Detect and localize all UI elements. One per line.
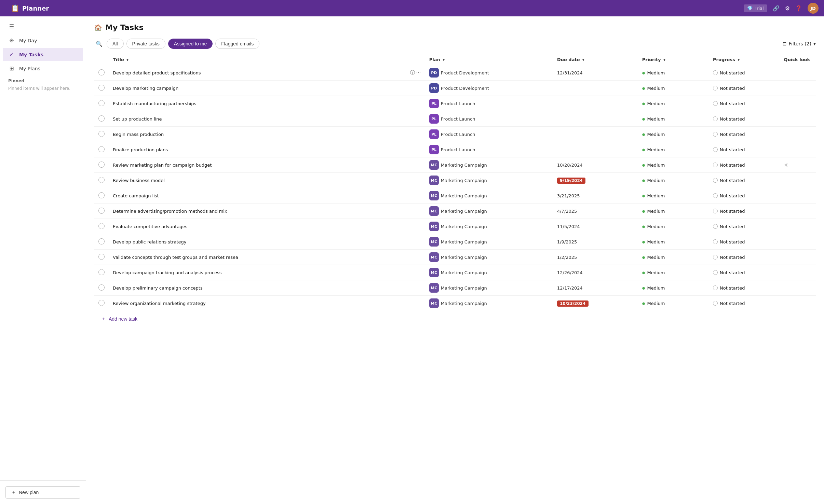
- filter-tab-flagged[interactable]: Flagged emails: [215, 39, 259, 49]
- task-priority-cell: ● Medium: [638, 188, 709, 204]
- progress-label: Not started: [720, 132, 745, 137]
- help-icon[interactable]: ❓: [795, 5, 802, 12]
- settings-icon[interactable]: ⚙️: [785, 5, 790, 12]
- info-icon[interactable]: ⓘ: [410, 131, 415, 137]
- progress-label: Not started: [720, 116, 745, 122]
- info-icon[interactable]: ⓘ: [410, 208, 415, 214]
- more-icon[interactable]: ⋯: [416, 223, 421, 229]
- more-icon[interactable]: ⋯: [416, 193, 421, 199]
- task-checkbox[interactable]: [98, 300, 105, 306]
- filters-dropdown[interactable]: ⊟ Filters (2) ▾: [783, 41, 816, 46]
- task-checkbox[interactable]: [98, 238, 105, 244]
- info-icon[interactable]: ⓘ: [410, 85, 415, 91]
- quick-look-icon[interactable]: ✳: [784, 162, 788, 168]
- more-icon[interactable]: ⋯: [416, 70, 421, 76]
- filter-tab-assigned[interactable]: Assigned to me: [168, 39, 213, 49]
- col-progress[interactable]: Progress ▾: [709, 54, 780, 65]
- task-checkbox[interactable]: [98, 177, 105, 183]
- info-icon[interactable]: ⓘ: [410, 146, 415, 153]
- more-icon[interactable]: ⋯: [416, 85, 421, 91]
- filter-label: Filters (2): [789, 41, 811, 46]
- task-checkbox[interactable]: [98, 284, 105, 291]
- sort-arrow-priority: ▾: [663, 58, 665, 62]
- more-icon[interactable]: ⋯: [416, 208, 421, 214]
- info-icon[interactable]: ⓘ: [410, 254, 415, 260]
- task-checkbox[interactable]: [98, 131, 105, 137]
- table-row: Determine advertising/promotion methods …: [94, 204, 816, 219]
- col-plan[interactable]: Plan ▾: [425, 54, 553, 65]
- more-icon[interactable]: ⋯: [416, 131, 421, 137]
- due-date: 1/9/2025: [557, 239, 577, 244]
- col-due-date[interactable]: Due date ▾: [553, 54, 638, 65]
- task-quick-look-cell: [780, 250, 816, 265]
- task-due-cell: 12/26/2024: [553, 265, 638, 280]
- table-row: Review business model ⓘ ⋯ MC Marketing C…: [94, 173, 816, 188]
- search-button[interactable]: 🔍: [94, 39, 104, 48]
- task-plan-cell: MC Marketing Campaign: [425, 250, 553, 265]
- plan-name: Product Development: [441, 70, 489, 75]
- task-checkbox[interactable]: [98, 208, 105, 214]
- share-icon[interactable]: 🔗: [773, 5, 780, 12]
- avatar[interactable]: JD: [808, 3, 819, 14]
- info-icon[interactable]: ⓘ: [410, 300, 415, 306]
- more-icon[interactable]: ⋯: [416, 100, 421, 107]
- task-checkbox[interactable]: [98, 162, 105, 168]
- trial-button[interactable]: 💎 Trial: [744, 4, 767, 12]
- task-priority-cell: ● Medium: [638, 250, 709, 265]
- task-checkbox[interactable]: [98, 69, 105, 75]
- task-priority-cell: ● Medium: [638, 296, 709, 311]
- more-icon[interactable]: ⋯: [416, 116, 421, 122]
- plan-name: Product Launch: [441, 116, 475, 122]
- task-checkbox[interactable]: [98, 223, 105, 229]
- more-icon[interactable]: ⋯: [416, 300, 421, 306]
- more-icon[interactable]: ⋯: [416, 269, 421, 276]
- plan-badge: PL: [429, 114, 439, 124]
- more-icon[interactable]: ⋯: [416, 146, 421, 153]
- col-title[interactable]: Title ▾: [109, 54, 425, 65]
- task-checkbox[interactable]: [98, 146, 105, 152]
- task-checkbox[interactable]: [98, 85, 105, 91]
- filter-tab-all[interactable]: All: [107, 39, 124, 49]
- info-icon[interactable]: ⓘ: [410, 223, 415, 229]
- info-icon[interactable]: ⓘ: [410, 100, 415, 107]
- col-priority[interactable]: Priority ▾: [638, 54, 709, 65]
- task-checkbox[interactable]: [98, 254, 105, 260]
- plan-name: Marketing Campaign: [441, 193, 487, 198]
- sidebar-item-my-plans[interactable]: ⊞ My Plans: [3, 62, 83, 75]
- info-icon[interactable]: ⓘ: [410, 239, 415, 245]
- task-title-cell: Finalize production plans ⓘ ⋯: [109, 142, 425, 157]
- task-progress-cell: Not started: [709, 250, 780, 265]
- task-title-cell: Review business model ⓘ ⋯: [109, 173, 425, 188]
- more-icon[interactable]: ⋯: [416, 285, 421, 291]
- task-due-cell: 12/31/2024: [553, 65, 638, 81]
- task-checkbox[interactable]: [98, 192, 105, 198]
- info-icon[interactable]: ⓘ: [410, 116, 415, 122]
- progress-circle: [713, 178, 718, 183]
- task-checkbox[interactable]: [98, 269, 105, 275]
- new-plan-button[interactable]: ＋ New plan: [5, 486, 80, 499]
- sidebar-item-collapse[interactable]: ☰: [3, 20, 83, 33]
- info-icon[interactable]: ⓘ: [410, 285, 415, 291]
- task-title-cell: Develop preliminary campaign concepts ⓘ …: [109, 280, 425, 296]
- sidebar-item-my-day[interactable]: ☀ My Day: [3, 34, 83, 47]
- info-icon[interactable]: ⓘ: [410, 177, 415, 183]
- filter-tab-private[interactable]: Private tasks: [126, 39, 165, 49]
- task-due-cell: [553, 142, 638, 157]
- task-plan-cell: PL Product Launch: [425, 127, 553, 142]
- task-checkbox[interactable]: [98, 115, 105, 122]
- more-icon[interactable]: ⋯: [416, 162, 421, 168]
- more-icon[interactable]: ⋯: [416, 239, 421, 245]
- priority-dot: ●: [642, 302, 645, 305]
- more-icon[interactable]: ⋯: [416, 254, 421, 260]
- more-icon[interactable]: ⋯: [416, 177, 421, 183]
- add-task-button[interactable]: ＋ Add new task: [98, 314, 140, 323]
- info-icon[interactable]: ⓘ: [410, 162, 415, 168]
- table-row: Begin mass production ⓘ ⋯ PL Product Lau…: [94, 127, 816, 142]
- table-row: Develop preliminary campaign concepts ⓘ …: [94, 280, 816, 296]
- info-icon[interactable]: ⓘ: [410, 70, 415, 76]
- task-checkbox[interactable]: [98, 100, 105, 106]
- sidebar-item-my-tasks[interactable]: ✓ My Tasks: [3, 48, 83, 61]
- task-plan-cell: MC Marketing Campaign: [425, 188, 553, 204]
- info-icon[interactable]: ⓘ: [410, 193, 415, 199]
- info-icon[interactable]: ⓘ: [410, 269, 415, 276]
